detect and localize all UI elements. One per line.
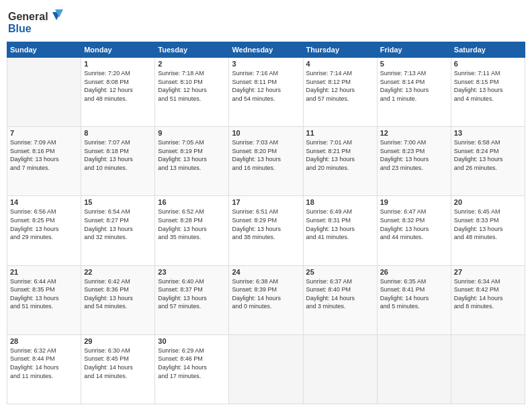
day-number: 1 [84,60,152,68]
calendar-header-friday: Friday [377,42,451,58]
day-number: 9 [158,129,226,137]
day-info: Sunrise: 6:47 AM Sunset: 8:32 PM Dayligh… [380,208,448,241]
svg-text:General: General [8,11,48,22]
day-info: Sunrise: 6:44 AM Sunset: 8:35 PM Dayligh… [10,277,78,311]
day-number: 18 [306,198,374,206]
day-info: Sunrise: 7:00 AM Sunset: 8:23 PM Dayligh… [380,138,448,172]
calendar-cell: 28Sunrise: 6:32 AM Sunset: 8:44 PM Dayli… [7,334,81,404]
day-number: 20 [454,198,522,206]
calendar-header-row: SundayMondayTuesdayWednesdayThursdayFrid… [7,42,525,58]
day-number: 29 [84,337,152,345]
day-number: 10 [232,129,300,137]
day-info: Sunrise: 7:01 AM Sunset: 8:21 PM Dayligh… [306,138,374,172]
calendar-cell [229,334,303,404]
calendar-cell: 26Sunrise: 6:35 AM Sunset: 8:41 PM Dayli… [377,265,451,334]
day-number: 21 [10,268,78,276]
calendar-cell: 16Sunrise: 6:52 AM Sunset: 8:28 PM Dayli… [155,196,229,265]
calendar-cell [303,334,377,404]
calendar-cell: 4Sunrise: 7:14 AM Sunset: 8:12 PM Daylig… [303,58,377,127]
day-number: 17 [232,198,300,206]
calendar-cell: 25Sunrise: 6:37 AM Sunset: 8:40 PM Dayli… [303,265,377,334]
day-number: 2 [158,60,226,68]
calendar-week-row: 28Sunrise: 6:32 AM Sunset: 8:44 PM Dayli… [7,334,525,404]
day-info: Sunrise: 7:07 AM Sunset: 8:18 PM Dayligh… [84,138,152,172]
day-info: Sunrise: 6:32 AM Sunset: 8:44 PM Dayligh… [10,347,78,380]
day-info: Sunrise: 6:52 AM Sunset: 8:28 PM Dayligh… [158,208,226,241]
day-info: Sunrise: 6:42 AM Sunset: 8:36 PM Dayligh… [84,277,152,311]
day-number: 4 [306,60,374,68]
calendar-cell: 1Sunrise: 7:20 AM Sunset: 8:08 PM Daylig… [81,58,155,127]
day-number: 28 [10,337,78,345]
calendar-week-row: 7Sunrise: 7:09 AM Sunset: 8:16 PM Daylig… [7,127,525,196]
day-number: 23 [158,268,226,276]
day-number: 22 [84,268,152,276]
day-number: 26 [380,268,448,276]
day-info: Sunrise: 7:14 AM Sunset: 8:12 PM Dayligh… [306,69,374,103]
day-number: 24 [232,268,300,276]
day-info: Sunrise: 6:30 AM Sunset: 8:45 PM Dayligh… [84,347,152,380]
day-info: Sunrise: 7:18 AM Sunset: 8:10 PM Dayligh… [158,69,226,103]
calendar-cell: 22Sunrise: 6:42 AM Sunset: 8:36 PM Dayli… [81,265,155,334]
day-number: 27 [454,268,522,276]
day-info: Sunrise: 6:38 AM Sunset: 8:39 PM Dayligh… [232,277,300,311]
calendar-cell: 11Sunrise: 7:01 AM Sunset: 8:21 PM Dayli… [303,127,377,196]
day-info: Sunrise: 6:58 AM Sunset: 8:24 PM Dayligh… [454,138,522,172]
day-info: Sunrise: 6:45 AM Sunset: 8:33 PM Dayligh… [454,208,522,241]
day-number: 14 [10,198,78,206]
svg-text:Blue: Blue [8,23,32,34]
calendar-cell: 18Sunrise: 6:49 AM Sunset: 8:31 PM Dayli… [303,196,377,265]
day-info: Sunrise: 7:20 AM Sunset: 8:08 PM Dayligh… [84,69,152,103]
day-info: Sunrise: 6:37 AM Sunset: 8:40 PM Dayligh… [306,277,374,311]
day-number: 6 [454,60,522,68]
day-number: 11 [306,129,374,137]
day-number: 30 [158,337,226,345]
day-number: 25 [306,268,374,276]
calendar-cell: 10Sunrise: 7:03 AM Sunset: 8:20 PM Dayli… [229,127,303,196]
day-info: Sunrise: 7:09 AM Sunset: 8:16 PM Dayligh… [10,138,78,172]
calendar-header-thursday: Thursday [303,42,377,58]
calendar-cell [7,58,81,127]
day-info: Sunrise: 7:13 AM Sunset: 8:14 PM Dayligh… [380,69,448,103]
calendar-cell: 8Sunrise: 7:07 AM Sunset: 8:18 PM Daylig… [81,127,155,196]
logo-icon: General Blue [7,7,67,36]
day-number: 16 [158,198,226,206]
day-info: Sunrise: 6:29 AM Sunset: 8:46 PM Dayligh… [158,347,226,380]
day-number: 3 [232,60,300,68]
calendar-cell: 13Sunrise: 6:58 AM Sunset: 8:24 PM Dayli… [451,127,525,196]
calendar-week-row: 14Sunrise: 6:56 AM Sunset: 8:25 PM Dayli… [7,196,525,265]
day-number: 5 [380,60,448,68]
calendar-cell [451,334,525,404]
day-number: 15 [84,198,152,206]
calendar-cell: 5Sunrise: 7:13 AM Sunset: 8:14 PM Daylig… [377,58,451,127]
day-info: Sunrise: 7:03 AM Sunset: 8:20 PM Dayligh… [232,138,300,172]
calendar-week-row: 1Sunrise: 7:20 AM Sunset: 8:08 PM Daylig… [7,58,525,127]
day-info: Sunrise: 6:40 AM Sunset: 8:37 PM Dayligh… [158,277,226,311]
calendar-cell: 19Sunrise: 6:47 AM Sunset: 8:32 PM Dayli… [377,196,451,265]
logo: General Blue [7,7,67,36]
calendar-cell: 15Sunrise: 6:54 AM Sunset: 8:27 PM Dayli… [81,196,155,265]
calendar-header-saturday: Saturday [451,42,525,58]
calendar-cell: 6Sunrise: 7:11 AM Sunset: 8:15 PM Daylig… [451,58,525,127]
calendar-cell: 9Sunrise: 7:05 AM Sunset: 8:19 PM Daylig… [155,127,229,196]
calendar-cell: 12Sunrise: 7:00 AM Sunset: 8:23 PM Dayli… [377,127,451,196]
day-number: 13 [454,129,522,137]
calendar-cell: 2Sunrise: 7:18 AM Sunset: 8:10 PM Daylig… [155,58,229,127]
calendar-cell: 17Sunrise: 6:51 AM Sunset: 8:29 PM Dayli… [229,196,303,265]
day-number: 19 [380,198,448,206]
calendar-cell [377,334,451,404]
day-info: Sunrise: 6:56 AM Sunset: 8:25 PM Dayligh… [10,208,78,241]
day-info: Sunrise: 7:16 AM Sunset: 8:11 PM Dayligh… [232,69,300,103]
day-info: Sunrise: 6:34 AM Sunset: 8:42 PM Dayligh… [454,277,522,311]
calendar-cell: 23Sunrise: 6:40 AM Sunset: 8:37 PM Dayli… [155,265,229,334]
calendar-header-sunday: Sunday [7,42,81,58]
calendar-header-tuesday: Tuesday [155,42,229,58]
day-number: 12 [380,129,448,137]
calendar-cell: 27Sunrise: 6:34 AM Sunset: 8:42 PM Dayli… [451,265,525,334]
calendar-header-wednesday: Wednesday [229,42,303,58]
page: General Blue SundayMondayTuesdayWednesda… [0,0,532,411]
calendar-table: SundayMondayTuesdayWednesdayThursdayFrid… [7,42,525,404]
calendar-cell: 14Sunrise: 6:56 AM Sunset: 8:25 PM Dayli… [7,196,81,265]
day-number: 8 [84,129,152,137]
calendar-cell: 24Sunrise: 6:38 AM Sunset: 8:39 PM Dayli… [229,265,303,334]
calendar-cell: 20Sunrise: 6:45 AM Sunset: 8:33 PM Dayli… [451,196,525,265]
